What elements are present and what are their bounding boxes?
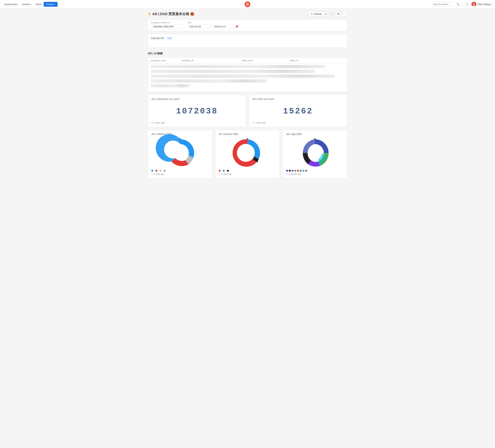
legend-dot (223, 170, 225, 172)
chevron-down-icon: ▾ (491, 3, 492, 5)
legend-item (297, 170, 299, 172)
search-input[interactable] (433, 3, 455, 5)
date-to-input[interactable] (212, 24, 233, 29)
description-link[interactable]: 文件 (167, 37, 172, 40)
legend-item (223, 170, 225, 172)
avatar (471, 2, 476, 7)
page-title: ★ AD | DAD 受眾基本分佈 🏀 (148, 12, 194, 16)
chart-platform-legend (151, 170, 209, 172)
time-label: 6 days ago (154, 173, 164, 175)
metric-card-click: AD | Click UU count 15262 ↻ 6 days ago (249, 95, 347, 127)
svg-point-3 (473, 3, 475, 5)
legend-item (219, 170, 221, 172)
campaign-filter: Campaign_id/Adset_id (151, 21, 183, 29)
legend-item (289, 170, 291, 172)
refresh-dropdown-button[interactable]: ▾ (324, 12, 328, 16)
table-row (151, 65, 325, 68)
nav-right: 🔍 ? Chris Zhang ▾ (432, 2, 492, 7)
chart-age-time: ↻ a minute ago (286, 173, 344, 175)
nav-alerts-label: Alerts (36, 3, 42, 6)
legend-item (151, 170, 154, 172)
refresh-icon: ↻ (151, 173, 153, 175)
refresh-icon: ↻ (151, 121, 153, 124)
refresh-icon: ↻ (252, 121, 255, 124)
nav-queries[interactable]: Queries ▾ (21, 2, 33, 7)
legend-dot (160, 170, 161, 172)
search-bar[interactable]: 🔍 (432, 2, 463, 7)
nav-dashboards[interactable]: Dashboards ▾ (3, 2, 20, 7)
svg-point-7 (339, 14, 339, 15)
legend-item (292, 170, 293, 172)
svg-rect-13 (247, 138, 248, 140)
metric-click-title: AD | Click UU count (252, 98, 344, 100)
metric-click-footer: ↻ 6 days ago (252, 121, 344, 124)
table-row (151, 84, 189, 87)
pin-icon[interactable]: 📌 (235, 25, 238, 28)
legend-dot (300, 170, 302, 172)
metrics-grid: AD | Impression UU count 1072038 ↻ 6 day… (148, 95, 347, 127)
refresh-button[interactable]: ↻ Refresh (309, 12, 324, 16)
campaign-id-input[interactable] (151, 24, 183, 29)
create-button[interactable]: Create ▾ (44, 2, 57, 7)
legend-dot (286, 170, 288, 172)
date-separator: – (209, 25, 211, 28)
chart-gender: AD | Gender 0308 (215, 130, 280, 178)
more-options-button[interactable]: ··· (342, 11, 347, 16)
svg-point-10 (173, 146, 187, 160)
donut-platform-svg (165, 138, 196, 168)
date-from-input[interactable] (188, 24, 208, 29)
date-filter: Date – 📌 (188, 21, 238, 29)
help-button[interactable]: ? (465, 2, 469, 7)
refresh-icon: ↻ (219, 173, 220, 175)
star-icon[interactable]: ★ (148, 12, 151, 16)
chevron-down-icon: ▾ (18, 3, 19, 5)
chart-platform-title: AD | Platform 0308 (151, 133, 209, 136)
user-menu[interactable]: Chris Zhang ▾ (471, 2, 492, 7)
fullscreen-button[interactable] (329, 11, 334, 16)
campaign-filter-label: Campaign_id/Adset_id (151, 21, 183, 24)
donut-gender-container (219, 138, 276, 168)
svg-point-1 (247, 4, 248, 5)
svg-rect-15 (314, 138, 315, 140)
section-title: AD | id 除錯 (148, 50, 347, 55)
legend-item (227, 170, 229, 172)
legend-dot (289, 170, 291, 172)
search-icon[interactable]: 🔍 (456, 3, 459, 6)
chart-gender-legend (219, 170, 276, 172)
legend-dot (292, 170, 293, 172)
metric-impression-value: 1072038 (151, 102, 243, 120)
metric-impression-footer: ↻ 6 days ago (151, 121, 243, 124)
donut-gender-svg (232, 138, 263, 168)
legend-dot (303, 170, 304, 172)
table-row (151, 70, 315, 73)
date-range: – 📌 (188, 24, 238, 29)
chart-gender-title: AD | Gender 0308 (219, 133, 276, 136)
data-table: campaign_name campaign_id adset_name ads… (148, 57, 347, 92)
col-campaign-name: campaign_name (151, 59, 182, 62)
logo-icon (245, 1, 250, 7)
chart-age-legend (286, 170, 344, 172)
donut-age-svg (299, 138, 330, 168)
refresh-icon: ↻ (311, 13, 313, 15)
description-panel: 詳細定義可看： 文件 (148, 34, 347, 48)
title-text: AD | DAD 受眾基本分佈 🏀 (152, 12, 194, 16)
charts-grid: AD | Platform 0308 (148, 130, 347, 178)
nav-dashboards-label: Dashboards (4, 3, 17, 6)
col-adset-name: adset_name (242, 59, 290, 62)
share-button[interactable] (335, 11, 341, 16)
user-name: Chris Zhang (477, 3, 490, 6)
svg-rect-11 (180, 138, 181, 140)
donut-age-container (286, 138, 344, 168)
refresh-button-group: ↻ Refresh ▾ (309, 12, 328, 16)
donut-platform-container (151, 138, 209, 168)
metric-impression-time: 6 days ago (154, 122, 165, 124)
svg-point-14 (308, 146, 322, 160)
description-text: 詳細定義可看： (151, 37, 166, 40)
nav-alerts[interactable]: Alerts (34, 2, 43, 7)
page-header: ★ AD | DAD 受眾基本分佈 🏀 ↻ Refresh ▾ (148, 11, 347, 16)
svg-point-6 (337, 14, 338, 14)
app-logo (245, 1, 250, 7)
legend-item (305, 170, 307, 172)
legend-item (160, 170, 162, 172)
metric-click-value: 15262 (252, 102, 344, 120)
